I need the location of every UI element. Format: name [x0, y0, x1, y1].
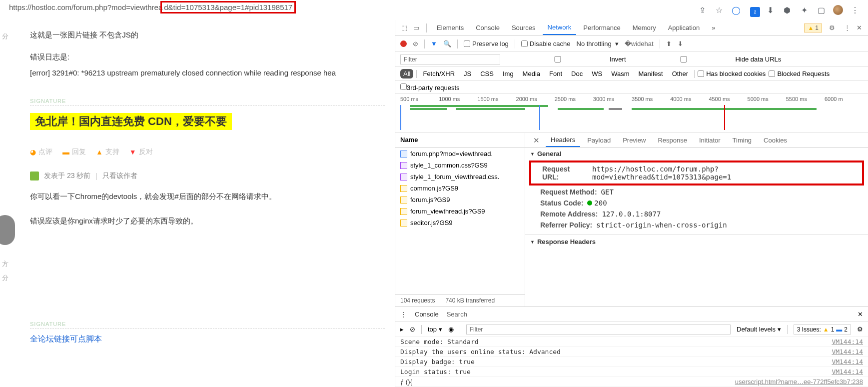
menu-kebab-icon[interactable]: ⋮	[842, 24, 852, 32]
dtab-preview[interactable]: Preview	[618, 134, 651, 146]
menu-kebab-icon[interactable]: ⋮	[850, 5, 860, 15]
extension-tab-icon[interactable]: ▣2	[748, 5, 758, 15]
signature-link[interactable]: 全论坛链接可点脚本	[30, 334, 102, 343]
user-avatar[interactable]	[0, 215, 15, 245]
clear-console-icon[interactable]: ⊘	[410, 326, 415, 333]
dtab-headers[interactable]: Headers	[546, 134, 580, 147]
download-icon[interactable]: ⬇	[678, 40, 683, 48]
type-fetch[interactable]: Fetch/XHR	[420, 69, 458, 78]
tab-elements[interactable]: Elements	[432, 21, 469, 34]
console-source-link[interactable]: VM144:14	[832, 348, 863, 356]
live-expression-icon[interactable]: ◉	[448, 326, 454, 333]
action-support[interactable]: ▲支持	[96, 148, 119, 156]
device-toggle-icon[interactable]: ▭	[411, 24, 421, 32]
url-bar[interactable]: https://hostloc.com/forum.php?mod=viewth…	[4, 3, 693, 17]
action-reply[interactable]: ▬回复	[62, 148, 86, 156]
upload-icon[interactable]: ⬆	[666, 40, 672, 48]
drawer-tab-search[interactable]: Search	[447, 310, 467, 318]
request-list-header[interactable]: Name	[395, 133, 525, 148]
issues-summary[interactable]: 3 Issues: ▲1 ▬2	[794, 324, 851, 334]
console-sidebar-icon[interactable]: ▸	[400, 326, 404, 333]
action-comment[interactable]: ◕点评	[30, 148, 52, 156]
action-oppose[interactable]: ▼反对	[129, 148, 153, 156]
console-source-link[interactable]: VM144:14	[832, 368, 863, 376]
disable-cache-checkbox[interactable]: Disable cache	[521, 40, 571, 48]
type-manifest[interactable]: Manifest	[635, 69, 666, 78]
inspect-icon[interactable]: ⬚	[399, 24, 409, 32]
user-icon[interactable]	[30, 172, 39, 180]
type-font[interactable]: Font	[546, 69, 565, 78]
general-section-header[interactable]: General	[525, 148, 868, 160]
dtab-response[interactable]: Response	[653, 134, 692, 146]
filter-input[interactable]	[400, 54, 500, 64]
preserve-log-checkbox[interactable]: Preserve log	[464, 40, 509, 48]
tab-performance[interactable]: Performance	[578, 21, 625, 34]
type-ws[interactable]: WS	[589, 69, 605, 78]
console-source-link[interactable]: userscript.html?name…ee-772ff5efc3b7:238	[735, 378, 863, 386]
request-row[interactable]: style_1_forum_viewthread.css.	[395, 171, 525, 182]
record-button[interactable]	[400, 40, 407, 47]
drawer-menu-icon[interactable]: ⋮	[400, 310, 407, 318]
request-row[interactable]: common.js?GS9	[395, 182, 525, 194]
clear-icon[interactable]: ⊘	[413, 40, 418, 48]
close-icon[interactable]: ✕	[854, 24, 864, 32]
wifi-icon[interactable]: �widehat	[625, 40, 654, 48]
bookmark-star-icon[interactable]: ☆	[714, 5, 724, 15]
tab-sources[interactable]: Sources	[507, 21, 541, 34]
close-details-icon[interactable]: ✕	[529, 136, 544, 145]
third-party-checkbox[interactable]: 3rd-party requests	[400, 84, 460, 92]
network-timeline[interactable]: 500 ms1000 ms1500 ms2000 ms2500 ms3000 m…	[395, 94, 868, 133]
console-source-link[interactable]: VM144:14	[832, 358, 863, 366]
settings-gear-icon[interactable]: ⚙	[829, 24, 835, 32]
hide-data-urls-checkbox[interactable]: Hide data URLs	[634, 56, 782, 63]
dtab-payload[interactable]: Payload	[582, 134, 616, 146]
context-select[interactable]: top ▾	[428, 326, 442, 333]
type-img[interactable]: Img	[500, 69, 517, 78]
console-filter-input[interactable]	[466, 324, 731, 334]
extension-shield-icon[interactable]: ⬢	[782, 5, 792, 15]
tab-console[interactable]: Console	[471, 21, 505, 34]
request-row[interactable]: forum.js?GS9	[395, 194, 525, 206]
request-row[interactable]: forum_viewthread.js?GS9	[395, 206, 525, 217]
dtab-initiator[interactable]: Initiator	[694, 134, 726, 146]
extensions-puzzle-icon[interactable]: ✦	[799, 5, 809, 15]
type-wasm[interactable]: Wasm	[608, 69, 632, 78]
download-icon[interactable]: ⬇	[765, 5, 775, 15]
filter-icon[interactable]: ▼	[431, 40, 437, 48]
drawer-tab-console[interactable]: Console	[415, 310, 439, 318]
tab-memory[interactable]: Memory	[628, 21, 661, 34]
console-source-link[interactable]: VM144:14	[832, 338, 863, 346]
request-row[interactable]: seditor.js?GS9	[395, 217, 525, 228]
issues-badge[interactable]: ▲1	[804, 24, 822, 32]
response-headers-section[interactable]: Response Headers	[525, 234, 868, 248]
type-other[interactable]: Other	[669, 69, 692, 78]
url-text: https://hostloc.com/forum.php?mod=viewth…	[9, 3, 162, 12]
author-only-link[interactable]: 只看该作者	[102, 172, 137, 180]
log-levels-select[interactable]: Default levels ▾	[737, 326, 781, 333]
close-drawer-icon[interactable]: ✕	[858, 310, 863, 318]
share-icon[interactable]: ⇪	[697, 5, 707, 15]
tab-application[interactable]: Application	[663, 21, 705, 34]
invert-checkbox[interactable]: Invert	[508, 56, 626, 63]
extension-circle-icon[interactable]: ◯	[731, 5, 741, 15]
dtab-cookies[interactable]: Cookies	[759, 134, 792, 146]
type-doc[interactable]: Doc	[568, 69, 586, 78]
type-js[interactable]: JS	[461, 69, 474, 78]
tab-more-icon[interactable]: »	[707, 21, 720, 34]
dtab-timing[interactable]: Timing	[728, 134, 757, 146]
blocked-cookies-checkbox[interactable]: Has blocked cookies	[698, 70, 766, 78]
request-row[interactable]: style_1_common.css?GS9	[395, 160, 525, 171]
blocked-requests-checkbox[interactable]: Blocked Requests	[769, 70, 830, 78]
type-media[interactable]: Media	[520, 69, 543, 78]
console-settings-gear-icon[interactable]: ⚙	[857, 326, 863, 333]
profile-avatar[interactable]	[833, 5, 843, 15]
tab-network[interactable]: Network	[543, 20, 577, 35]
type-css[interactable]: CSS	[477, 69, 497, 78]
request-row[interactable]: forum.php?mod=viewthread.	[395, 148, 525, 160]
type-all[interactable]: All	[400, 69, 413, 78]
request-details: ✕ Headers Payload Preview Response Initi…	[525, 133, 868, 306]
throttling-select[interactable]: No throttling ▾	[577, 40, 619, 48]
search-icon[interactable]: 🔍	[443, 40, 451, 48]
window-icon[interactable]: ▢	[816, 5, 826, 15]
signature-banner[interactable]: 免北岸！国内直连免费 CDN，爱要不要	[30, 113, 232, 130]
